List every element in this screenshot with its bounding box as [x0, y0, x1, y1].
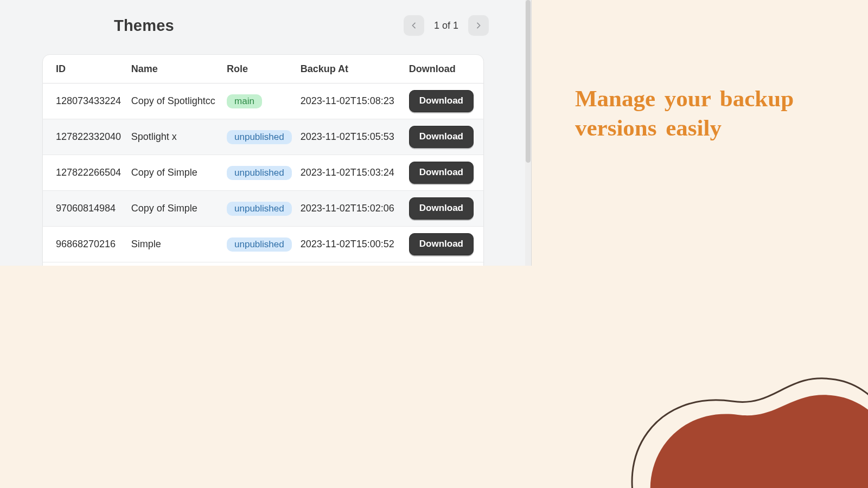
cell-id: 97060814984	[43, 191, 127, 227]
role-badge-unpublished: unpublished	[227, 166, 292, 180]
download-button[interactable]: Download	[409, 90, 474, 112]
scrollbar-thumb[interactable]	[526, 0, 531, 163]
cell-name: Simple	[127, 227, 222, 262]
table-row: 127822266504Copy of Simpleunpublished202…	[43, 155, 483, 191]
cell-name: Copy of Spotlightcc	[127, 84, 222, 119]
col-header-id: ID	[43, 55, 127, 84]
col-header-name: Name	[127, 55, 222, 84]
table-header-row: ID Name Role Backup At Download	[43, 55, 483, 84]
cell-download: Download	[405, 119, 483, 155]
download-button[interactable]: Download	[409, 197, 474, 220]
role-badge-main: main	[227, 94, 262, 108]
hero-heading: Manage your backup versions easily	[575, 84, 835, 143]
table-row: 127822332040Spotlight xunpublished2023-1…	[43, 119, 483, 155]
app-panel: Themes 1 of 1 ID Name	[0, 0, 532, 266]
hero-line-2: versions easily	[575, 115, 722, 140]
cell-name: Spotlight x	[127, 119, 222, 155]
role-badge-unpublished: unpublished	[227, 202, 292, 216]
cell-backup-at: 2023-11-02T15:02:06	[296, 191, 405, 227]
cell-name: Copy of Simple	[127, 191, 222, 227]
chevron-right-icon	[474, 21, 483, 30]
cell-id: 127822332040	[43, 119, 127, 155]
table-results-count: Showing 5 of 5 results	[43, 262, 483, 266]
themes-card: ID Name Role Backup At Download 12807343…	[42, 54, 484, 266]
cell-download: Download	[405, 191, 483, 227]
download-button[interactable]: Download	[409, 233, 474, 255]
cell-backup-at: 2023-11-02T15:05:53	[296, 119, 405, 155]
chevron-left-icon	[410, 21, 418, 30]
cell-role: unpublished	[222, 227, 296, 262]
role-badge-unpublished: unpublished	[227, 237, 292, 252]
cell-download: Download	[405, 227, 483, 262]
table-row: 128073433224Copy of Spotlightccmain2023-…	[43, 84, 483, 119]
cell-role: unpublished	[222, 191, 296, 227]
cell-id: 96868270216	[43, 227, 127, 262]
scrollbar-track[interactable]	[525, 0, 531, 266]
prev-page-button[interactable]	[404, 15, 424, 36]
cell-id: 127822266504	[43, 155, 127, 191]
cell-name: Copy of Simple	[127, 155, 222, 191]
pagination: 1 of 1	[404, 15, 489, 36]
page-indicator: 1 of 1	[429, 20, 464, 31]
decorative-blob	[608, 342, 868, 488]
cell-backup-at: 2023-11-02T15:03:24	[296, 155, 405, 191]
cell-role: main	[222, 84, 296, 119]
cell-download: Download	[405, 84, 483, 119]
table-row: 96868270216Simpleunpublished2023-11-02T1…	[43, 227, 483, 262]
col-header-backupat: Backup At	[296, 55, 405, 84]
panel-header: Themes 1 of 1	[0, 0, 531, 36]
next-page-button[interactable]	[468, 15, 489, 36]
hero-line-1: Manage your backup	[575, 86, 794, 111]
cell-download: Download	[405, 155, 483, 191]
download-button[interactable]: Download	[409, 126, 474, 148]
table-row: 97060814984Copy of Simpleunpublished2023…	[43, 191, 483, 227]
themes-table: ID Name Role Backup At Download 12807343…	[43, 55, 483, 262]
download-button[interactable]: Download	[409, 162, 474, 184]
cell-role: unpublished	[222, 119, 296, 155]
col-header-role: Role	[222, 55, 296, 84]
cell-role: unpublished	[222, 155, 296, 191]
col-header-download: Download	[405, 55, 483, 84]
page-title: Themes	[114, 17, 174, 35]
cell-backup-at: 2023-11-02T15:00:52	[296, 227, 405, 262]
cell-id: 128073433224	[43, 84, 127, 119]
role-badge-unpublished: unpublished	[227, 130, 292, 144]
cell-backup-at: 2023-11-02T15:08:23	[296, 84, 405, 119]
